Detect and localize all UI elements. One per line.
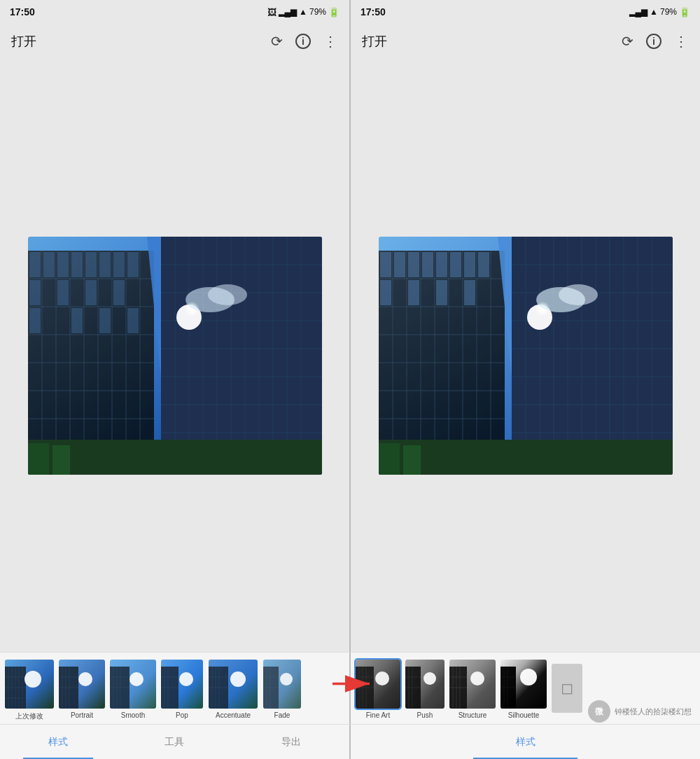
tab-export-left-label: 导出 — [281, 736, 301, 748]
right-app-bar: 打开 ⟳ i ⋮ — [351, 24, 700, 59]
filter-item-last-edit[interactable]: 上次修改 — [3, 658, 56, 723]
svg-rect-81 — [464, 252, 475, 277]
filter-item-smooth[interactable]: Smooth — [108, 658, 158, 723]
left-app-bar-icons: ⟳ i ⋮ — [271, 33, 338, 50]
left-filter-strip: 上次修改 Portrait — [0, 653, 351, 724]
svg-rect-31 — [99, 308, 111, 333]
filter-thumb-extra: ◻ — [552, 664, 582, 713]
filter-item-accentuate[interactable]: Accentuate — [206, 658, 260, 723]
svg-rect-32 — [127, 308, 139, 333]
tab-style-left-label: 样式 — [48, 736, 68, 748]
right-menu-icon[interactable]: ⋮ — [674, 33, 689, 50]
svg-rect-108 — [379, 443, 400, 475]
left-status-icons: 🖼 ▂▄▆ ▲ 79% 🔋 — [267, 7, 340, 18]
svg-rect-78 — [422, 252, 433, 277]
svg-point-170 — [375, 671, 389, 685]
svg-point-153 — [230, 671, 246, 687]
right-info-icon[interactable]: i — [646, 34, 662, 49]
left-status-bar: 17:50 🖼 ▂▄▆ ▲ 79% 🔋 — [0, 0, 349, 24]
svg-point-160 — [280, 673, 293, 685]
right-layers-icon[interactable]: ⟳ — [622, 33, 634, 50]
filter-item-silhouette[interactable]: Silhouette — [498, 658, 549, 720]
tab-style-left[interactable]: 样式 — [0, 725, 116, 759]
right-status-icons: ▂▄▆ ▲ 79% 🔋 — [629, 7, 690, 18]
svg-point-130 — [78, 672, 92, 686]
svg-rect-53 — [28, 440, 322, 475]
right-building-photo — [379, 237, 673, 475]
svg-rect-85 — [436, 280, 447, 305]
filter-item-portrait[interactable]: Portrait — [57, 658, 107, 723]
watermark-circle: 微 — [588, 700, 610, 723]
filter-thumb-structure — [449, 660, 496, 709]
svg-rect-17 — [29, 252, 41, 277]
svg-point-185 — [470, 671, 484, 685]
svg-rect-79 — [436, 252, 447, 277]
left-signal-icon: ▂▄▆ — [279, 7, 298, 17]
left-battery-text: 79% — [309, 7, 326, 17]
left-menu-icon[interactable]: ⋮ — [323, 33, 338, 50]
left-photo-area — [0, 59, 349, 652]
left-panel: 17:50 🖼 ▂▄▆ ▲ 79% 🔋 打开 ⟳ i ⋮ — [0, 0, 351, 652]
svg-point-138 — [130, 672, 144, 686]
svg-rect-54 — [28, 443, 49, 475]
bottom-section: 上次修改 Portrait — [0, 652, 700, 759]
svg-rect-82 — [478, 252, 489, 277]
filter-label-last-edit: 上次修改 — [15, 711, 43, 721]
extra-icon: ◻ — [561, 679, 573, 697]
tab-style-right-label: 样式 — [516, 736, 536, 748]
svg-rect-29 — [29, 308, 41, 333]
svg-rect-77 — [408, 252, 419, 277]
svg-rect-107 — [379, 440, 673, 475]
tab-export-left[interactable]: 导出 — [233, 725, 349, 759]
filter-item-pop[interactable]: Pop — [159, 658, 205, 723]
filter-thumb-smooth — [110, 660, 156, 709]
svg-rect-76 — [394, 252, 405, 277]
svg-rect-109 — [403, 445, 421, 475]
filter-label-smooth: Smooth — [121, 711, 145, 719]
filter-thumb-push — [405, 660, 444, 709]
svg-point-145 — [179, 672, 193, 686]
filter-item-fine-art[interactable]: Fine Art — [354, 658, 402, 720]
filter-item-push[interactable]: Push — [403, 658, 447, 720]
tab-tools-left[interactable]: 工具 — [116, 725, 232, 759]
right-photo-area — [351, 59, 700, 652]
left-app-bar: 打开 ⟳ i ⋮ — [0, 24, 349, 59]
right-panel: 17:50 ▂▄▆ ▲ 79% 🔋 打开 ⟳ i ⋮ — [351, 0, 700, 652]
filter-label-push: Push — [417, 711, 433, 719]
right-open-btn[interactable]: 打开 — [362, 33, 387, 50]
svg-rect-26 — [57, 280, 69, 305]
filter-item-fade[interactable]: Fade — [261, 658, 303, 723]
filter-item-structure[interactable]: Structure — [447, 658, 498, 720]
svg-point-192 — [520, 669, 537, 685]
svg-rect-75 — [380, 252, 391, 277]
filter-label-silhouette: Silhouette — [508, 711, 539, 719]
filter-thumb-silhouette — [500, 660, 547, 709]
right-time: 17:50 — [360, 6, 386, 18]
tab-style-right[interactable]: 样式 — [351, 725, 700, 759]
filter-item-extra[interactable]: ◻ — [550, 658, 584, 720]
svg-rect-24 — [127, 252, 139, 277]
left-battery-icon: 🔋 — [328, 7, 340, 18]
tab-bars: 样式 工具 导出 样式 — [0, 724, 700, 759]
filter-thumb-last-edit — [5, 660, 54, 709]
svg-rect-33 — [161, 237, 322, 475]
left-layers-icon[interactable]: ⟳ — [271, 33, 283, 50]
right-signal-icon: ▂▄▆ — [629, 7, 648, 17]
svg-rect-18 — [43, 252, 55, 277]
svg-rect-84 — [408, 280, 419, 305]
svg-rect-28 — [113, 280, 125, 305]
svg-rect-23 — [113, 252, 125, 277]
left-tab-bar: 样式 工具 导出 — [0, 725, 351, 759]
left-open-btn[interactable]: 打开 — [11, 33, 36, 50]
left-info-icon[interactable]: i — [295, 34, 311, 49]
svg-rect-30 — [71, 308, 83, 333]
filter-thumb-fade — [263, 660, 301, 709]
right-battery-icon: 🔋 — [679, 7, 690, 18]
filter-label-portrait: Portrait — [71, 711, 93, 719]
filter-thumb-fine-art — [356, 660, 400, 709]
left-gallery-icon: 🖼 — [267, 7, 276, 18]
svg-point-57 — [208, 284, 247, 305]
svg-rect-86 — [464, 280, 475, 305]
svg-rect-83 — [380, 280, 391, 305]
filter-label-fade: Fade — [274, 711, 290, 719]
